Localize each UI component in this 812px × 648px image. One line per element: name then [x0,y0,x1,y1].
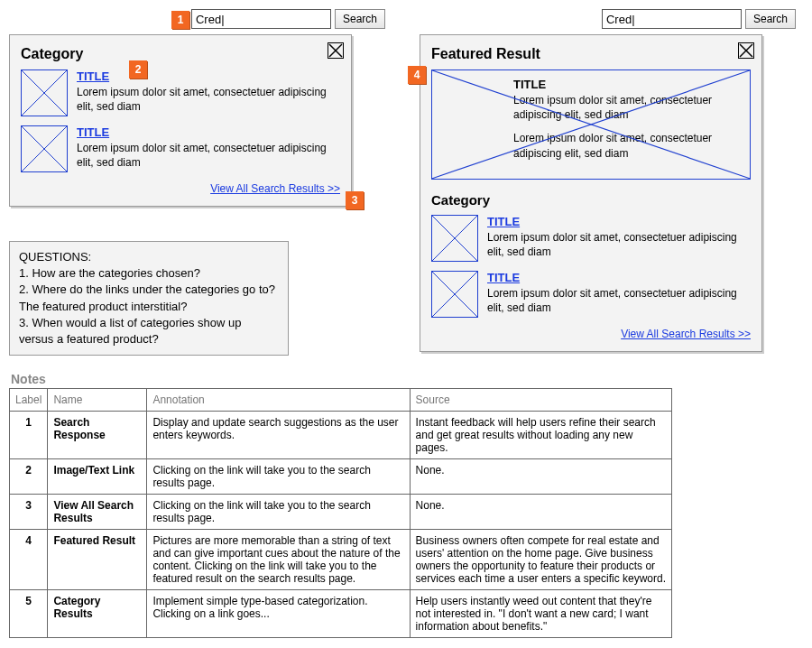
cell-name: View All Search Results [48,495,147,530]
category-heading: Category [431,192,751,208]
result-desc: Lorem ipsum dolor sit amet, consectetuer… [487,230,751,259]
category-panel: Category 2 TITLE Lorem ipsum dolor sit a… [9,34,352,207]
table-row: 2 Image/Text Link Clicking on the link w… [10,459,672,495]
table-row: 4 Featured Result Pictures are more memo… [10,530,672,590]
badge-2: 2 [129,60,147,79]
search-input[interactable] [191,9,331,29]
cell-annotation: Pictures are more memorable than a strin… [147,530,410,590]
close-icon[interactable] [738,42,754,59]
notes-section: Notes Label Name Annotation Source 1 Sea… [9,372,672,638]
search-bar-right: Search [420,9,803,29]
result-row: TITLE Lorem ipsum dolor sit amet, consec… [21,69,340,116]
result-row: TITLE Lorem ipsum dolor sit amet, consec… [431,215,751,262]
result-desc: Lorem ipsum dolor sit amet, consectetuer… [77,85,340,114]
result-text: TITLE Lorem ipsum dolor sit amet, consec… [77,125,340,172]
cell-source: Instant feedback will help users refine … [410,412,671,459]
cell-annotation: Display and update search suggestions as… [147,412,410,459]
result-text: TITLE Lorem ipsum dolor sit amet, consec… [487,215,751,262]
cell-label: 2 [10,459,48,495]
view-all-wrap: View All Search Results >> [21,181,340,195]
badge-4: 4 [408,66,426,84]
result-row: TITLE Lorem ipsum dolor sit amet, consec… [21,125,340,172]
cell-annotation: Clicking on the link will take you to th… [147,459,410,495]
result-title-link[interactable]: TITLE [487,215,520,228]
close-icon[interactable] [328,42,344,59]
result-text: TITLE Lorem ipsum dolor sit amet, consec… [487,271,751,318]
cell-source: None. [410,459,671,495]
cell-annotation: Clicking on the link will take you to th… [147,495,410,530]
featured-heading: Featured Result [431,46,751,62]
thumbnail-placeholder[interactable] [431,215,478,262]
badge-1: 1 [171,11,189,29]
cell-annotation: Implement simple type-based categorizati… [147,590,410,638]
table-row: 1 Search Response Display and update sea… [10,412,672,459]
search-button[interactable]: Search [335,9,385,29]
featured-title: TITLE [513,78,741,91]
cell-name: Category Results [48,590,147,638]
table-row: 3 View All Search Results Clicking on th… [10,495,672,530]
question-3: 3. When would a list of categories show … [19,315,279,347]
cell-source: None. [410,495,671,530]
cell-label: 5 [10,590,48,638]
view-all-link[interactable]: View All Search Results >> [210,182,340,195]
right-column: Search 4 Featured Result TITLE Lorem ips… [420,9,803,352]
view-all-link[interactable]: View All Search Results >> [621,328,751,340]
view-all-wrap: View All Search Results >> [431,327,751,340]
search-button[interactable]: Search [745,9,796,29]
result-desc: Lorem ipsum dolor sit amet, consectetuer… [77,141,340,170]
result-title-link[interactable]: TITLE [77,125,109,139]
cell-source: Help users instantly weed out content th… [410,590,671,638]
result-desc: Lorem ipsum dolor sit amet, consectetuer… [487,286,751,315]
notes-table: Label Name Annotation Source 1 Search Re… [9,388,672,638]
thumbnail-placeholder[interactable] [21,69,68,116]
cell-label: 4 [10,530,48,590]
cell-name: Image/Text Link [48,459,147,495]
featured-result-box[interactable]: TITLE Lorem ipsum dolor sit amet, consec… [431,69,751,180]
questions-heading: QUESTIONS: [19,249,279,265]
cell-label: 3 [10,495,48,530]
thumbnail-placeholder[interactable] [21,125,68,172]
question-2: 2. Where do the links under the categori… [19,282,279,314]
cell-name: Search Response [48,412,147,459]
table-row: 5 Category Results Implement simple type… [10,590,672,638]
result-title-link[interactable]: TITLE [77,69,109,83]
search-input[interactable] [602,9,742,29]
featured-desc: Lorem ipsum dolor sit amet, consectetuer… [513,93,741,122]
featured-panel: 4 Featured Result TITLE Lorem ipsum dolo… [420,34,762,352]
result-title-link[interactable]: TITLE [487,271,520,284]
result-text: TITLE Lorem ipsum dolor sit amet, consec… [77,69,340,116]
thumbnail-placeholder[interactable] [431,271,478,318]
cell-name: Featured Result [48,530,147,590]
th-label: Label [10,389,48,412]
cell-label: 1 [10,412,48,459]
th-annotation: Annotation [147,389,410,412]
cell-source: Business owners often compete for real e… [410,530,671,590]
search-bar-left: 1 Search [9,9,392,29]
badge-3: 3 [346,191,364,209]
category-heading: Category [21,46,340,62]
th-source: Source [410,389,671,412]
question-1: 1. How are the categories chosen? [19,265,279,282]
top-row: 1 Search Category 2 TITLE Lorem ipsum do… [9,9,803,356]
featured-desc: Lorem ipsum dolor sit amet, consectetuer… [513,131,741,160]
notes-title: Notes [11,372,672,386]
questions-box: QUESTIONS: 1. How are the categories cho… [9,241,289,356]
th-name: Name [48,389,147,412]
result-row: TITLE Lorem ipsum dolor sit amet, consec… [431,271,751,318]
left-column: 1 Search Category 2 TITLE Lorem ipsum do… [9,9,392,356]
